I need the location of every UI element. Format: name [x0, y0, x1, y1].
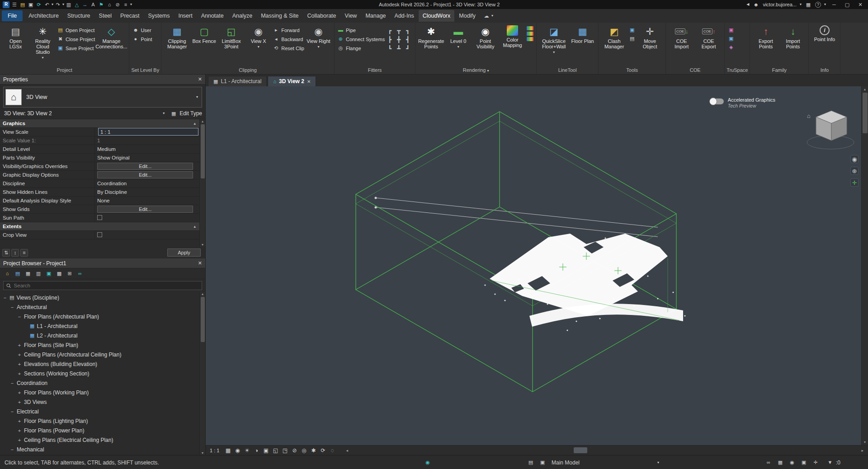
scroll-left-icon[interactable]: ◂	[346, 448, 348, 453]
tab-insert[interactable]: Insert	[174, 10, 196, 22]
point-info-button[interactable]: i Point Info	[811, 24, 837, 66]
set-level-point-button[interactable]: ● Point	[132, 35, 152, 43]
clip-forward-button[interactable]: ▸ Forward	[273, 26, 304, 34]
tree-item-electrical[interactable]: − Electrical	[0, 407, 205, 416]
app-button[interactable]: R	[3, 1, 9, 8]
expand-icon[interactable]: +	[17, 352, 22, 357]
tree-item-architectural[interactable]: − Architectural	[0, 302, 205, 312]
view-tab-l1-architectural[interactable]: ▦ L1 - Architectural	[208, 76, 267, 86]
view-scale-input[interactable]: 1 : 1	[98, 128, 198, 136]
lock-3d-view-icon[interactable]: ⊘	[290, 446, 299, 455]
view-scale-control[interactable]: 1 : 1	[209, 448, 223, 453]
undo-dropdown-icon[interactable]: ▾	[52, 3, 53, 6]
section-extents[interactable]: Extents ▴	[0, 222, 199, 231]
scroll-down-icon[interactable]: ▾	[202, 451, 203, 455]
help-dropdown-icon[interactable]: ▾	[824, 3, 826, 6]
clash-settings-icon[interactable]: ▣	[628, 26, 636, 33]
collapse-icon[interactable]: −	[3, 295, 7, 300]
set-level-user-button[interactable]: ☻ User	[132, 26, 152, 34]
show-crop-region-icon[interactable]: ◳	[280, 446, 289, 455]
browser-scrollbar[interactable]: ▴ ▾	[199, 292, 205, 455]
edit-type-button[interactable]: ▦ Edit Type	[170, 110, 202, 117]
tab-analyze[interactable]: Analyze	[228, 10, 256, 22]
close-project-button[interactable]: ✖ Close Project	[57, 35, 95, 43]
tab-collaborate[interactable]: Collaborate	[303, 10, 340, 22]
show-hidden-lines-field[interactable]: By Discipline	[95, 188, 199, 196]
intensity-map-icon[interactable]	[527, 26, 533, 30]
scroll-down-icon[interactable]: ▾	[202, 243, 203, 247]
scrollbar-thumb[interactable]	[201, 297, 205, 342]
families-icon[interactable]: ▣	[45, 270, 52, 277]
reality-cloud-studio-button[interactable]: ✳ Reality Cloud Studio ▾	[30, 24, 56, 66]
point-visibility-button[interactable]: ◉ Point Visibility	[472, 24, 498, 66]
cloud-status[interactable]: ☁ ▾	[483, 12, 493, 19]
scroll-up-icon[interactable]: ▴	[864, 87, 866, 91]
sun-path-checkbox[interactable]	[97, 215, 102, 220]
selection-filter[interactable]: ▼ :0	[826, 455, 840, 469]
select-by-face-toggle-icon[interactable]: ▣	[800, 455, 807, 469]
pipe-button[interactable]: ▬ Pipe	[337, 26, 385, 34]
tab-file[interactable]: File	[2, 10, 23, 21]
parts-visibility-field[interactable]: Show Original	[95, 154, 199, 162]
signed-in-user[interactable]: victor.bujorea...	[763, 2, 797, 7]
clash-manager-button[interactable]: ◩ Clash Manager	[601, 24, 627, 66]
app-menu-icon[interactable]: ☰	[11, 1, 18, 8]
expand-icon[interactable]: +	[17, 371, 22, 376]
revit-links-icon[interactable]: ⊞	[66, 270, 73, 277]
app-store-cart-icon[interactable]: ▦	[805, 1, 812, 8]
section-icon[interactable]: ⊘	[114, 1, 121, 8]
collapse-icon[interactable]: −	[17, 314, 22, 319]
properties-scrollbar[interactable]: ▴ ▾	[199, 119, 205, 247]
tree-item-3d-views[interactable]: + 3D Views	[0, 397, 205, 407]
status-center-icon[interactable]: ◉	[424, 455, 431, 469]
worksets-icon[interactable]: ▤	[527, 455, 534, 469]
search-input[interactable]	[14, 283, 199, 288]
show-grids-edit-button[interactable]: Edit...	[97, 206, 193, 213]
save-file-icon[interactable]: ▣	[27, 1, 34, 8]
expand-icon[interactable]: +	[17, 390, 22, 395]
undo-icon[interactable]: ↶	[43, 1, 51, 8]
design-options-icon[interactable]: ▣	[539, 455, 546, 469]
tree-item-floor-plans-site[interactable]: + Floor Plans (Site Plan)	[0, 340, 205, 350]
clipping-manager-button[interactable]: ▦ Clipping Manager	[164, 24, 190, 66]
temporary-view-properties-icon[interactable]: ⟳	[318, 446, 327, 455]
link-icon[interactable]: ∞	[76, 270, 84, 277]
tab-massing-site[interactable]: Massing & Site	[257, 10, 302, 22]
select-links-toggle-icon[interactable]: ∞	[765, 455, 772, 469]
project-browser-header[interactable]: Project Browser - Project1 ✕	[0, 258, 205, 268]
truspace-open-icon[interactable]: ▣	[727, 26, 735, 33]
select-underlay-toggle-icon[interactable]: ▦	[777, 455, 784, 469]
viewcube[interactable]: ⌂	[807, 111, 854, 149]
crop-view-icon[interactable]: ◱	[271, 446, 280, 455]
sun-path-icon[interactable]: ☀	[242, 446, 251, 455]
tab-cloudworx[interactable]: CloudWorx	[419, 10, 455, 22]
search-box[interactable]	[3, 281, 202, 290]
cross-fitting-icon[interactable]: ╋	[395, 36, 402, 43]
home-icon[interactable]: ⌂	[4, 270, 11, 277]
properties-header[interactable]: Properties ✕	[0, 75, 205, 84]
add-marker-icon[interactable]: ✛	[850, 178, 859, 187]
expand-icon[interactable]: +	[17, 428, 22, 433]
tab-architecture[interactable]: Architecture	[24, 10, 63, 22]
accelerated-graphics-toggle[interactable]	[710, 98, 724, 104]
sheets-icon[interactable]: ▦	[24, 270, 32, 277]
reset-clip-button[interactable]: ⟲ Reset Clip	[273, 44, 304, 52]
quickslice-button[interactable]: ◪ QuickSlice Floor+Wall ▾	[539, 24, 568, 66]
help-icon[interactable]: ?	[815, 2, 821, 8]
groups-icon[interactable]: ▩	[56, 270, 63, 277]
shadows-icon[interactable]: ◑	[252, 446, 261, 455]
apply-button[interactable]: Apply	[167, 249, 201, 257]
elbow-fitting-icon[interactable]: ┏	[386, 27, 393, 34]
regenerate-points-button[interactable]: ✱ Regenerate Points	[418, 24, 444, 66]
graphic-display-edit-button[interactable]: Edit...	[97, 171, 193, 178]
steering-wheel-icon[interactable]: ◉	[850, 155, 859, 163]
tab-add-ins[interactable]: Add-Ins	[391, 10, 418, 22]
horizontal-scrollbar[interactable]: ◂ ▸	[344, 446, 865, 455]
sort-ascending-icon[interactable]: ⇅	[2, 249, 10, 257]
customize-qat-icon[interactable]: ▾	[130, 3, 132, 6]
export-points-button[interactable]: ↑ Export Points	[753, 24, 778, 66]
union-fitting-icon[interactable]: ┻	[395, 45, 402, 52]
view-right-button[interactable]: ◉ View Right ▾	[306, 24, 331, 66]
schedules-icon[interactable]: ▥	[35, 270, 42, 277]
close-view-tab-icon[interactable]: ✕	[307, 79, 311, 84]
